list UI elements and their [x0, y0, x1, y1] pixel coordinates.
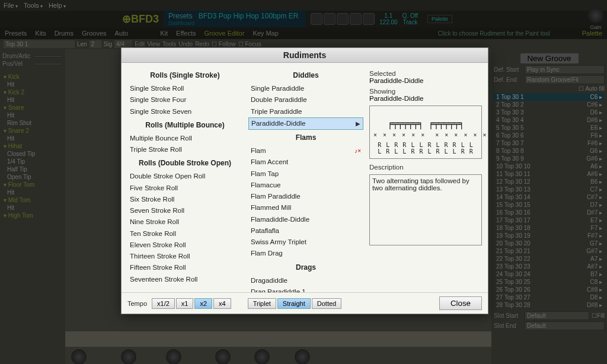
rudiment-item[interactable]: Thirteen Stroke Roll — [127, 251, 242, 262]
showing-value: Paradiddle-Diddle — [369, 95, 482, 102]
rudiment-section-header: Diddles — [248, 70, 363, 81]
rudiment-section-header: Drags — [248, 262, 363, 273]
submenu-arrow-icon: ▶ — [356, 119, 360, 128]
rudiment-item[interactable]: Dragadiddle — [248, 275, 363, 286]
feel-button-group: TripletStraightDotted — [248, 298, 342, 309]
rudiment-item[interactable]: Single Stroke Seven — [127, 106, 242, 117]
rudiments-dialog: Rudiments Rolls (Single Stroke)Single St… — [121, 47, 488, 314]
tempo-x2-button[interactable]: x2 — [194, 298, 212, 309]
tempo-label: Tempo — [127, 300, 147, 307]
rudiment-section-header: Rolls (Multiple Bounce) — [127, 120, 242, 130]
rudiment-item[interactable]: Flamadiddle-Diddle — [248, 214, 363, 225]
rudiment-item[interactable]: Flamacue — [248, 180, 363, 191]
rudiment-item[interactable]: Triple Paradiddle — [248, 106, 363, 117]
rudiment-item[interactable]: Seventeen Stroke Roll — [127, 274, 242, 285]
close-button[interactable]: Close — [439, 296, 482, 310]
rudiment-item[interactable]: Flam Tap — [248, 168, 363, 180]
rudiment-item[interactable]: Flammed Mill — [248, 202, 363, 213]
rudiment-item[interactable]: Paradiddle-Diddle▶ — [248, 117, 363, 130]
selected-label: Selected — [369, 70, 482, 77]
rudiment-item[interactable]: Seven Stroke Roll — [127, 205, 242, 216]
rudiment-item[interactable]: Multiple Bounce Roll — [127, 133, 242, 144]
tempo-x4-button[interactable]: x4 — [213, 298, 231, 309]
preview-pane: Selected Paradiddle-Diddle Showing Parad… — [369, 68, 482, 288]
rudiment-item[interactable]: Double Stroke Open Roll — [127, 171, 242, 182]
tempo-button-group: x1/2x1x2x4 — [152, 298, 231, 309]
rudiments-column-2: DiddlesSingle ParadiddleDouble Paradiddl… — [248, 68, 363, 288]
rudiment-item[interactable]: Flam Drag — [248, 248, 363, 259]
rudiment-item[interactable]: Flam Accent — [248, 157, 363, 168]
rudiment-item[interactable]: Flam Paradiddle — [248, 191, 363, 202]
rudiment-item[interactable]: Six Stroke Roll — [127, 194, 242, 205]
rudiment-item[interactable]: Ten Stroke Roll — [127, 228, 242, 240]
rudiment-item[interactable]: Eleven Stroke Roll — [127, 240, 242, 251]
feel-straight-button[interactable]: Straight — [277, 298, 311, 309]
rudiment-item[interactable]: Drag Paradiddle 1 — [248, 286, 363, 292]
rudiment-section-header: Flams — [248, 132, 363, 143]
rudiment-item[interactable]: Triple Stroke Roll — [127, 144, 242, 155]
description-label: Description — [369, 164, 482, 171]
rudiment-item[interactable]: Single Stroke Roll — [127, 83, 242, 94]
rudiment-item[interactable]: Nine Stroke Roll — [127, 216, 242, 228]
feel-triplet-button[interactable]: Triplet — [248, 298, 276, 309]
tempo-x1-button[interactable]: x1 — [176, 298, 194, 309]
dialog-title: Rudiments — [122, 48, 488, 63]
rudiment-item[interactable]: Flam♪× — [248, 145, 363, 157]
rudiment-section-header: Rolls (Single Stroke) — [127, 70, 242, 81]
rudiment-section-header: Rolls (Double Stroke Open) — [127, 158, 242, 168]
rudiments-column-1: Rolls (Single Stroke)Single Stroke RollS… — [127, 68, 242, 288]
accent-icon: ♪× — [354, 146, 361, 155]
rudiment-item[interactable]: Fifteen Stroke Roll — [127, 262, 242, 273]
showing-label: Showing — [369, 88, 482, 95]
tempo-x1-2-button[interactable]: x1/2 — [152, 298, 175, 309]
rudiment-item[interactable]: Single Stroke Four — [127, 94, 242, 106]
feel-dotted-button[interactable]: Dotted — [312, 298, 341, 309]
rudiment-item[interactable]: Single Paradiddle — [248, 83, 363, 94]
rudiment-item[interactable]: Double Paradiddle — [248, 94, 363, 106]
rudiment-item[interactable]: Pataflafla — [248, 225, 363, 237]
rudiment-item[interactable]: Five Stroke Roll — [127, 183, 242, 194]
dialog-footer: Tempo x1/2x1x2x4 TripletStraightDotted C… — [122, 292, 488, 314]
rudiment-item[interactable]: Swiss Army Triplet — [248, 237, 363, 248]
notation-preview: ╒╤╤╤╤╤╕ ╒╤╤╤╤╤╕ × × × × × × × × × × × × … — [369, 106, 482, 159]
description-box: Two alternating taps followed by two alt… — [369, 174, 482, 245]
selected-value: Paradiddle-Diddle — [369, 77, 482, 84]
